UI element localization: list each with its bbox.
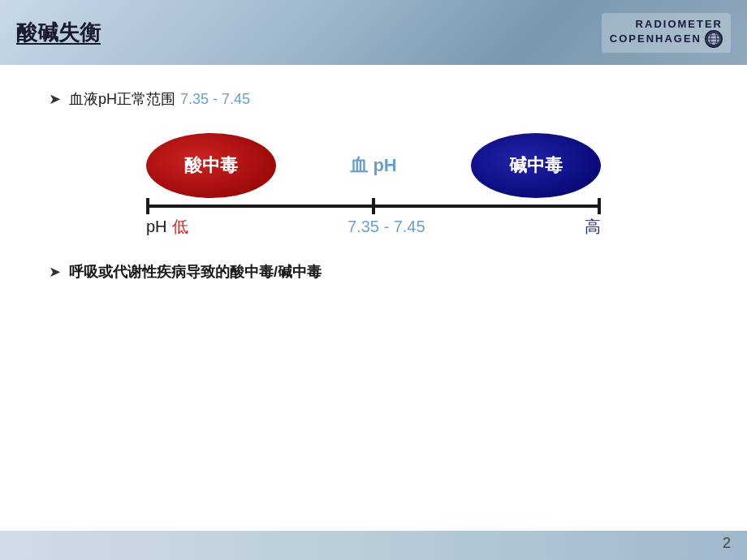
bullet-arrow-2: ➤ xyxy=(49,263,61,281)
alkali-ellipse: 碱中毒 xyxy=(471,133,601,198)
bullet2-text: 呼吸或代谢性疾病导致的酸中毒/碱中毒 xyxy=(69,262,322,282)
logo-text-bottom: COPENHAGEN xyxy=(610,30,723,48)
bottom-bar xyxy=(0,531,747,560)
bullet-row-1: ➤ 血液pH正常范围 7.35 - 7.45 xyxy=(49,89,698,109)
scale-label-left: pH 低 xyxy=(146,216,188,238)
header: 酸碱失衡 RADIOMETER COPENHAGEN xyxy=(0,0,747,65)
scale-tick-mid xyxy=(372,198,375,214)
logo-globe-icon xyxy=(705,30,723,48)
ph-diagram: 酸中毒 血 pH 碱中毒 pH 低 7.35 - 7.45 高 xyxy=(146,133,601,238)
bullet-arrow-1: ➤ xyxy=(49,90,61,108)
acid-ellipse: 酸中毒 xyxy=(146,133,276,198)
scale-low-text: 低 xyxy=(172,216,188,238)
scale-ph-text: pH xyxy=(146,218,167,236)
logo: RADIOMETER COPENHAGEN xyxy=(602,13,731,53)
scale-labels: pH 低 7.35 - 7.45 高 xyxy=(146,216,601,238)
scale-line xyxy=(146,205,601,208)
bullet1-range: 7.35 - 7.45 xyxy=(180,91,250,108)
bullet1-label: 血液pH正常范围 xyxy=(69,89,175,109)
bullet-row-2: ➤ 呼吸或代谢性疾病导致的酸中毒/碱中毒 xyxy=(49,262,698,282)
logo-text-top: RADIOMETER xyxy=(636,18,723,30)
page-title: 酸碱失衡 xyxy=(16,19,101,47)
main-content: ➤ 血液pH正常范围 7.35 - 7.45 酸中毒 血 pH 碱中毒 xyxy=(0,73,747,528)
scale-high-text: 高 xyxy=(585,216,601,238)
ellipses-row: 酸中毒 血 pH 碱中毒 xyxy=(146,133,601,198)
ph-center-label: 血 pH xyxy=(350,153,396,178)
page-number: 2 xyxy=(723,535,731,552)
scale-range-text: 7.35 - 7.45 xyxy=(348,218,425,236)
